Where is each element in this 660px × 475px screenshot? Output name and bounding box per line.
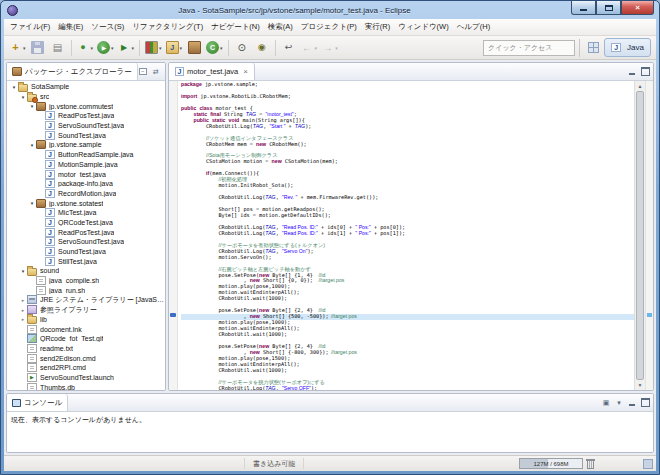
tree-item[interactable]: QRCodeTest.java (7, 218, 165, 228)
run-button[interactable]: ▾ (96, 38, 115, 57)
tree-item[interactable]: ▸lib (7, 315, 165, 325)
tree-item[interactable]: SoundTest.java (7, 247, 165, 257)
tree-item[interactable]: MotionSample.java (7, 160, 165, 170)
menu-item[interactable]: ファイル(F) (6, 20, 54, 34)
dropdown-arrow-icon[interactable]: ▾ (23, 45, 26, 51)
tree-item[interactable]: ButtonReadSample.java (7, 150, 165, 160)
forward-button[interactable]: ▾ (320, 38, 339, 57)
collapse-arrow-icon[interactable]: ▾ (19, 268, 27, 274)
tree-item[interactable]: docoment.lnk (7, 324, 165, 334)
editor-tab-motor-test[interactable]: motor_test.java × (169, 63, 255, 80)
package-explorer-tab[interactable]: パッケージ・エクスプローラー (7, 63, 138, 80)
menu-item[interactable]: 編集(E) (54, 20, 87, 34)
dropdown-arrow-icon[interactable]: ▾ (335, 45, 338, 51)
console-view-menu-icon[interactable]: ▾ (614, 398, 624, 408)
scroll-up-icon[interactable]: ▲ (635, 81, 645, 91)
open-console-icon[interactable]: ▣ (601, 398, 611, 408)
maximize-console-icon[interactable] (640, 398, 650, 408)
title-bar[interactable]: Java - SotaSample/src/jp/vstone/sample/m… (1, 1, 659, 19)
dropdown-arrow-icon[interactable]: ▾ (220, 45, 223, 51)
collapse-arrow-icon[interactable]: ▾ (28, 142, 36, 148)
back-button[interactable]: ▾ (300, 38, 319, 57)
close-button[interactable]: × (621, 1, 654, 15)
collapse-all-icon[interactable] (138, 67, 148, 77)
tree-item[interactable]: MicTest.java (7, 208, 165, 218)
menu-item[interactable]: プロジェクト(P) (297, 20, 361, 34)
collapse-arrow-icon[interactable]: ▾ (19, 94, 27, 100)
dropdown-arrow-icon[interactable]: ▾ (315, 45, 318, 51)
debug-button[interactable]: ▾ (76, 38, 95, 57)
open-perspective-button[interactable] (584, 38, 602, 57)
tree-item[interactable]: send2Edison.cmd (7, 353, 165, 363)
tree-item[interactable]: ▾sound (7, 266, 165, 276)
print-button[interactable] (49, 38, 67, 57)
project-tree[interactable]: ▾SotaSample▾src▾jp.vstone.commutestReadP… (7, 81, 165, 390)
new-package-button[interactable] (185, 38, 203, 57)
java-perspective-button[interactable]: Java (604, 38, 651, 57)
new-java-project-button[interactable]: ▾ (165, 38, 184, 57)
menu-item[interactable]: ナビゲート(N) (207, 20, 264, 34)
tree-item[interactable]: StillTest.java (7, 256, 165, 266)
last-edit-location-button[interactable] (280, 38, 298, 57)
open-type-button[interactable] (233, 38, 251, 57)
tree-item[interactable]: ▾jp.vstone.sample (7, 140, 165, 150)
tree-item[interactable]: ServoSoundTest.java (7, 237, 165, 247)
editor-scrollbar[interactable]: ▲ ▼ (634, 81, 645, 390)
save-button[interactable] (29, 38, 47, 57)
new-wizard-button[interactable]: ▾ (8, 38, 27, 57)
dropdown-arrow-icon[interactable]: ▾ (111, 45, 114, 51)
minimize-button[interactable] (571, 1, 596, 15)
tree-item[interactable]: send2RPI.cmd (7, 363, 165, 373)
tree-item[interactable]: Thumbs.db (7, 382, 165, 390)
tree-item[interactable]: ▾jp.vstone.commutest (7, 101, 165, 111)
menu-item[interactable]: 実行(R) (361, 20, 394, 34)
link-with-editor-icon[interactable]: ⇄ (151, 67, 161, 77)
tree-item[interactable]: ReadPosTest.java (7, 227, 165, 237)
menu-item[interactable]: ソース(S) (87, 20, 128, 34)
tree-item[interactable]: QRcode_fot_Test.gif (7, 334, 165, 344)
tree-item[interactable]: ▸JRE システム・ライブラリー [JavaSE-1.8] (7, 295, 165, 305)
menu-item[interactable]: ウィンドウ(W) (394, 20, 452, 34)
tree-item[interactable]: ServoSoundTest.launch (7, 373, 165, 383)
minimize-editor-icon[interactable] (627, 67, 637, 77)
tree-item[interactable]: ▾jp.vstone.sotatest (7, 198, 165, 208)
scroll-down-icon[interactable]: ▼ (635, 380, 645, 390)
console-tab[interactable]: コンソール (7, 394, 68, 411)
search-button[interactable] (253, 38, 271, 57)
tree-item[interactable]: motor_test.java (7, 169, 165, 179)
minimize-console-icon[interactable] (627, 398, 637, 408)
coverage-button[interactable]: ▾ (144, 38, 163, 57)
maximize-button[interactable] (596, 1, 621, 15)
view-menu-icon[interactable]: ▾ (164, 67, 166, 77)
tree-item[interactable]: RecordMotion.java (7, 189, 165, 199)
quick-access-input[interactable] (483, 40, 575, 56)
menu-item[interactable]: 検索(A) (264, 20, 297, 34)
dropdown-arrow-icon[interactable]: ▾ (91, 45, 94, 51)
dropdown-arrow-icon[interactable]: ▾ (180, 45, 183, 51)
status-corner-icon[interactable] (643, 459, 653, 469)
tree-item[interactable]: ▾SotaSample (7, 82, 165, 92)
tree-item[interactable]: ▸参照ライブラリー (7, 305, 165, 315)
external-tools-button[interactable]: ▾ (117, 38, 136, 57)
tree-item[interactable]: ServoSoundTest.java (7, 121, 165, 131)
code-editor[interactable]: package jp.vstone.sample; import jp.vsto… (178, 81, 634, 390)
expand-arrow-icon[interactable]: ▸ (19, 316, 27, 322)
new-class-button[interactable]: ▾ (205, 38, 224, 57)
tree-item[interactable]: readme.txt (7, 344, 165, 354)
dropdown-arrow-icon[interactable]: ▾ (159, 45, 162, 51)
menu-item[interactable]: ヘルプ(H) (453, 20, 494, 34)
dropdown-arrow-icon[interactable]: ▾ (132, 45, 135, 51)
tree-item[interactable]: java_compile.sh (7, 276, 165, 286)
menu-item[interactable]: リファクタリング(T) (128, 20, 207, 34)
tab-close-icon[interactable]: × (243, 68, 248, 76)
run-garbage-collector-icon[interactable] (586, 459, 595, 469)
tree-item[interactable]: SoundTest.java (7, 130, 165, 140)
scrollbar-thumb[interactable] (636, 91, 644, 380)
maximize-editor-icon[interactable] (640, 67, 650, 77)
collapse-arrow-icon[interactable]: ▾ (28, 103, 36, 109)
collapse-arrow-icon[interactable]: ▾ (28, 200, 36, 206)
tree-item[interactable]: package-info.java (7, 179, 165, 189)
collapse-arrow-icon[interactable]: ▾ (10, 84, 18, 90)
tree-item[interactable]: java_run.sh (7, 285, 165, 295)
tree-item[interactable]: ▾src (7, 92, 165, 102)
